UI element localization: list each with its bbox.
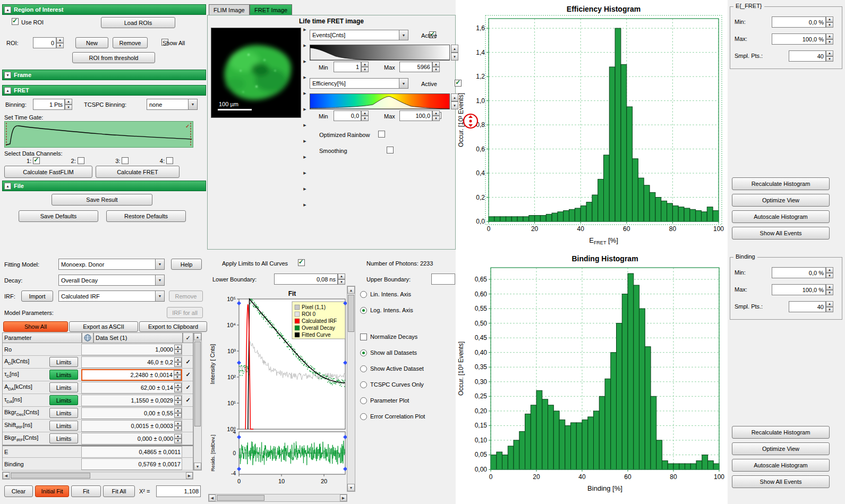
fit-plot-vscrollbar[interactable]: ▲ ▼: [347, 286, 355, 492]
file-panel-header[interactable]: ▲ File: [2, 181, 206, 191]
radio-indicator[interactable]: [360, 413, 367, 420]
radio-indicator[interactable]: [360, 381, 367, 388]
param-value-field[interactable]: 1,0000▲▼: [81, 344, 182, 355]
roi-from-threshold-button[interactable]: ROI from threshold: [72, 52, 155, 63]
scroll-right-icon[interactable]: ▶: [340, 494, 347, 501]
splitter-arrow-icon[interactable]: ▶: [302, 44, 308, 59]
lower-boundary-field[interactable]: 0,08 ns: [274, 274, 338, 285]
help-button[interactable]: Help: [171, 259, 202, 270]
limits-button[interactable]: Limits: [49, 370, 78, 380]
calculate-fastflim-button[interactable]: Calculate FastFLIM: [4, 166, 92, 178]
param-value-field[interactable]: 46,0 ± 0,2▲▼: [81, 356, 182, 368]
show-all-button[interactable]: Show All: [3, 321, 68, 332]
export-ascii-button[interactable]: Export as ASCII: [69, 321, 138, 332]
scroll-up-icon[interactable]: ▲: [347, 286, 355, 294]
save-defaults-button[interactable]: Save Defaults: [19, 210, 98, 222]
splitter-arrow-icon[interactable]: ▶: [302, 59, 308, 75]
irf-dropdown[interactable]: Calculated IRF ▼: [58, 291, 165, 302]
fit-button[interactable]: Fit: [71, 485, 101, 497]
upper-boundary-field[interactable]: [431, 274, 455, 285]
binding-min-field[interactable]: 0,0 %: [772, 267, 826, 278]
layer1-min-spinner[interactable]: ▲▼: [361, 62, 369, 72]
layer2-max-spinner[interactable]: ▲▼: [432, 110, 440, 121]
radio-parameter-plot[interactable]: Parameter Plot: [360, 395, 456, 406]
scroll-left-icon[interactable]: ◀: [3, 472, 10, 479]
layer1-max-field[interactable]: 5966: [399, 62, 432, 72]
fret-panel-header[interactable]: ▲ FRET: [2, 85, 206, 96]
param-value-spinner[interactable]: ▲▼: [174, 357, 182, 367]
layer2-min-field[interactable]: 0,0: [334, 110, 361, 121]
apply-limits-checkbox[interactable]: [298, 259, 305, 266]
collapse-up-icon[interactable]: ▲: [4, 87, 11, 94]
efret-optimize-view[interactable]: Optimize View: [732, 194, 830, 207]
checkbox-normalize-decays[interactable]: Normalize Decays: [360, 331, 456, 342]
splitter-arrow-icon[interactable]: ▶: [302, 75, 308, 91]
channel-checkbox[interactable]: [166, 157, 173, 164]
fitting-model-dropdown[interactable]: Monoexp. Donor ▼: [58, 259, 165, 270]
globe-icon[interactable]: [82, 332, 93, 343]
radio-error-correlation-plot[interactable]: Error Correlation Plot: [360, 411, 456, 422]
layer2-max-field[interactable]: 100,0: [399, 110, 432, 121]
roi-panel-header[interactable]: ▲ Region of Interest: [2, 4, 206, 15]
binding-optimize-view[interactable]: Optimize View: [732, 442, 830, 455]
radio-lin-intens-axis[interactable]: Lin. Intens. Axis: [360, 289, 456, 300]
efret-autoscale-histogram[interactable]: Autoscale Histogram: [732, 210, 830, 223]
save-result-button[interactable]: Save Result: [52, 194, 152, 206]
export-clipboard-button[interactable]: Export to Clipboard: [139, 321, 207, 332]
splitter-arrow-icon[interactable]: ▶: [302, 171, 308, 187]
irf-for-all-button[interactable]: IRF for all: [167, 307, 203, 318]
splitter-arrow-icon[interactable]: ▶: [302, 28, 308, 44]
smoothing-checkbox[interactable]: [387, 147, 394, 153]
scroll-thumb[interactable]: [217, 495, 264, 501]
fit-plot-hscrollbar[interactable]: ◀ ▶: [208, 494, 347, 502]
param-value-field[interactable]: 1,1550 ± 0,0029▲▼: [81, 395, 182, 406]
remove-irf-button[interactable]: Remove: [169, 291, 203, 302]
radio-log-intens-axis[interactable]: Log. Intens. Axis: [360, 305, 456, 315]
channel-checkbox[interactable]: [122, 157, 129, 164]
layer1-channel-dropdown[interactable]: Events[Cnts] ▼: [310, 30, 408, 40]
rainbow-gradient-bar[interactable]: [310, 93, 450, 109]
layer2-min-spinner[interactable]: ▲▼: [361, 110, 369, 121]
use-roi-checkbox[interactable]: [12, 18, 19, 25]
binding-recalculate-histogram[interactable]: Recalculate Histogram: [732, 426, 830, 439]
intensity-gradient-bar[interactable]: [310, 45, 450, 61]
channel-1[interactable]: 1:: [27, 157, 40, 164]
layer1-max-spinner[interactable]: ▲▼: [432, 62, 440, 72]
limits-button[interactable]: Limits: [49, 421, 78, 431]
check-indicator[interactable]: [360, 334, 367, 340]
header-parameter[interactable]: Parameter: [2, 332, 82, 343]
param-value-field[interactable]: 0,0015 ± 0,0003▲▼: [81, 420, 182, 432]
param-value-spinner[interactable]: ▲▼: [174, 383, 182, 392]
channel-4[interactable]: 4:: [160, 157, 173, 164]
header-check[interactable]: ✓: [183, 332, 193, 343]
param-value-field[interactable]: 0,5769 ± 0,0017: [81, 458, 182, 470]
binding-max-spinner[interactable]: ▲▼: [826, 284, 833, 295]
binding-max-field[interactable]: 100,0 %: [772, 284, 826, 295]
radio-show-all-datasets[interactable]: Show all Datasets: [360, 347, 456, 358]
tcspc-binning-dropdown[interactable]: none ▼: [147, 99, 198, 110]
calculate-fret-button[interactable]: Calculate FRET: [96, 166, 180, 178]
collapse-up-icon[interactable]: ▲: [4, 6, 11, 13]
limits-button[interactable]: Limits: [49, 408, 78, 418]
param-value-field[interactable]: 2,2480 ± 0,0014▲▼: [81, 369, 182, 381]
layer2-channel-dropdown[interactable]: Efficiency[%] ▼: [310, 78, 408, 89]
clear-button[interactable]: Clear: [4, 485, 33, 497]
radio-tcspc-curves-only[interactable]: TCSPC Curves Only: [360, 379, 456, 390]
radio-show-active-dataset[interactable]: Show Active Dataset: [360, 363, 456, 374]
radio-indicator[interactable]: [360, 349, 367, 356]
efret-min-field[interactable]: 0,0 %: [772, 16, 826, 28]
binding-smpl-spinner[interactable]: ▲▼: [826, 301, 833, 312]
radio-indicator[interactable]: [360, 291, 367, 298]
efret-recalculate-histogram[interactable]: Recalculate Histogram: [732, 177, 830, 190]
param-value-spinner[interactable]: ▲▼: [174, 434, 182, 443]
param-check[interactable]: ✓: [183, 358, 193, 365]
binding-histogram[interactable]: Binding Histogram0204060801000,000,050,1…: [456, 252, 728, 504]
param-check[interactable]: ✓: [183, 397, 193, 404]
frame-panel-header[interactable]: ▼ Frame: [2, 70, 206, 80]
scroll-thumb[interactable]: [11, 473, 90, 479]
binning-spinner[interactable]: ▲▼: [65, 99, 72, 110]
efret-max-field[interactable]: 100,0 %: [772, 33, 826, 45]
param-value-spinner[interactable]: ▲▼: [174, 345, 182, 354]
radio-indicator[interactable]: [360, 307, 367, 314]
channel-3[interactable]: 3:: [115, 157, 129, 164]
